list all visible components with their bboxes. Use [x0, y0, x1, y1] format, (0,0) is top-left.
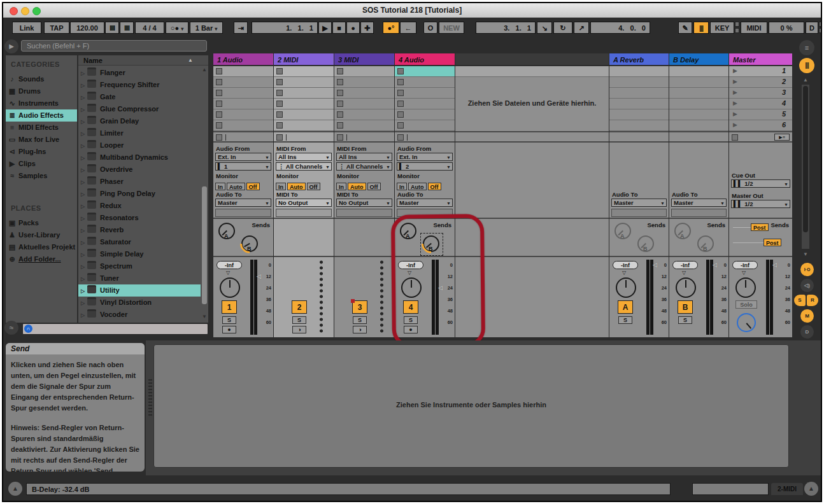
track-activator-button[interactable]: 4 [403, 300, 418, 314]
input-channel-chooser[interactable]: ▍ 2 [397, 162, 453, 171]
track-header[interactable]: Master [729, 53, 792, 66]
show-track-delay-toggle[interactable]: D [800, 325, 814, 339]
volume-knob[interactable] [401, 277, 422, 298]
monitor-in-button[interactable]: In [397, 183, 407, 190]
show-mixer-toggle[interactable]: M [800, 309, 814, 323]
input-channel-chooser[interactable]: ⋮ All Channels [276, 162, 332, 171]
show-returns-r-toggle[interactable]: R [807, 295, 818, 306]
info-resize-handle[interactable] [148, 379, 152, 417]
track-header[interactable]: B Delay [669, 53, 728, 66]
clip-stop-button[interactable] [213, 131, 273, 141]
output-chooser[interactable]: No Output [276, 199, 332, 207]
show-detail-toggle[interactable]: ▲ [804, 482, 818, 496]
pan-indicator[interactable]: ▽ [742, 270, 746, 276]
scene-play-icon[interactable]: ▶ [733, 67, 737, 74]
clip-slot[interactable] [334, 99, 394, 109]
track-header[interactable]: 4 Audio [395, 53, 455, 66]
scene-5[interactable]: ▶5 [729, 109, 792, 120]
track-header[interactable]: A Reverb [609, 53, 669, 66]
output-chooser[interactable]: No Output [336, 199, 392, 207]
input-type-chooser[interactable]: Ext. In [215, 153, 271, 161]
show-sends-toggle[interactable]: S [794, 295, 806, 306]
clip-slot[interactable] [274, 88, 334, 99]
volume-display[interactable]: -Inf [613, 261, 638, 269]
scene-1[interactable]: ▶1 [729, 66, 792, 77]
device-drop-area[interactable]: Ziehen Sie Instrumente oder Samples hier… [153, 344, 789, 468]
volume-knob[interactable] [616, 277, 636, 298]
track-header[interactable]: 2 MIDI [274, 53, 334, 66]
volume-knob[interactable] [676, 277, 696, 298]
clip-slot[interactable] [213, 66, 273, 77]
monitor-in-button[interactable]: In [336, 183, 346, 190]
fader-position-icon[interactable]: ◁ [257, 273, 261, 279]
monitor-auto-button[interactable]: Auto [408, 183, 427, 190]
fire-selected-scene-button[interactable]: ▶≡ [774, 134, 790, 141]
input-type-chooser[interactable]: All Ins [336, 153, 392, 161]
clip-stop-button[interactable] [274, 131, 334, 141]
volume-knob[interactable] [735, 277, 756, 298]
clip-stop-button[interactable] [334, 131, 394, 141]
scene-4[interactable]: ▶4 [729, 99, 792, 109]
mixer-view-toggle[interactable]: ||| [799, 58, 814, 73]
volume-display[interactable]: -Inf [672, 261, 698, 269]
clip-slot[interactable] [213, 77, 273, 88]
clip-slot[interactable] [213, 88, 273, 99]
fader-position-icon[interactable]: ◁ [772, 262, 777, 268]
drop-zone-column[interactable]: Ziehen Sie Dateien und Geräte hierhin. [455, 53, 609, 337]
monitor-off-button[interactable]: Off [307, 183, 320, 190]
show-returns-toggle[interactable]: ◁) [800, 279, 814, 292]
monitor-off-button[interactable]: Off [246, 183, 260, 190]
session-scrollbar[interactable] [802, 85, 809, 249]
show-io-toggle[interactable]: I·O [800, 263, 814, 276]
fader-position-icon[interactable]: ◁ [438, 284, 443, 291]
fader-position-icon[interactable]: ◁ [713, 262, 717, 268]
volume-knob[interactable] [220, 277, 240, 298]
arm-button[interactable]: ◑ [353, 326, 367, 333]
pan-indicator[interactable]: ▽ [682, 270, 686, 276]
clip-slot[interactable] [395, 109, 455, 120]
clip-slot[interactable] [395, 88, 455, 99]
arm-button[interactable]: ◑ [292, 326, 306, 333]
cue-volume-knob[interactable] [737, 313, 756, 332]
clip-slot[interactable] [274, 109, 334, 120]
session-scroll-up-icon[interactable]: ▲ [802, 77, 809, 83]
clip-slot[interactable] [395, 99, 455, 109]
clip-slot[interactable] [274, 120, 334, 131]
track-activator-button[interactable]: A [618, 300, 633, 314]
output-chooser[interactable]: Master [215, 199, 271, 207]
volume-display[interactable]: -Inf [732, 261, 758, 269]
pan-indicator[interactable]: ▽ [226, 270, 230, 276]
arm-button[interactable]: ● [404, 326, 418, 333]
clip-view-toggle[interactable]: ≡ [799, 40, 814, 55]
stop-all-clips-row[interactable]: ▶≡ [729, 131, 792, 141]
clip-slot[interactable] [213, 109, 273, 120]
pan-indicator[interactable]: ▽ [622, 270, 626, 276]
volume-display[interactable]: -Inf [398, 261, 423, 269]
clip-slot[interactable] [274, 99, 334, 109]
input-type-chooser[interactable]: All Ins [276, 153, 332, 161]
monitor-auto-button[interactable]: Auto [227, 183, 245, 190]
send-b-pre-post-button[interactable]: Post [764, 239, 781, 246]
clip-slot[interactable] [334, 88, 394, 99]
monitor-auto-button[interactable]: Auto [287, 183, 306, 190]
track-header[interactable]: 1 Audio [213, 53, 273, 66]
solo-button[interactable]: S [404, 316, 418, 324]
clip-slot[interactable] [395, 77, 455, 88]
clip-slot[interactable] [395, 120, 455, 131]
solo-button[interactable]: S [292, 316, 306, 324]
input-type-chooser[interactable]: Ext. In [397, 153, 453, 161]
scene-3[interactable]: ▶3 [729, 88, 792, 99]
track-activator-button[interactable]: 1 [222, 300, 237, 314]
output-chooser[interactable]: Master [671, 199, 727, 207]
show-info-toggle[interactable]: ▲ [8, 482, 22, 496]
clip-slot[interactable] [274, 66, 334, 77]
monitor-auto-button[interactable]: Auto [348, 183, 366, 190]
scene-2[interactable]: ▶2 [729, 77, 792, 88]
clip-slot[interactable] [334, 120, 394, 131]
scene-6[interactable]: ▶6 [729, 120, 792, 131]
solo-button[interactable]: S [678, 316, 692, 324]
clip-slot[interactable] [213, 120, 273, 131]
clip-slot-selected[interactable] [395, 66, 455, 77]
monitor-in-button[interactable]: In [276, 183, 286, 190]
track-activator-button[interactable]: B [678, 300, 693, 314]
